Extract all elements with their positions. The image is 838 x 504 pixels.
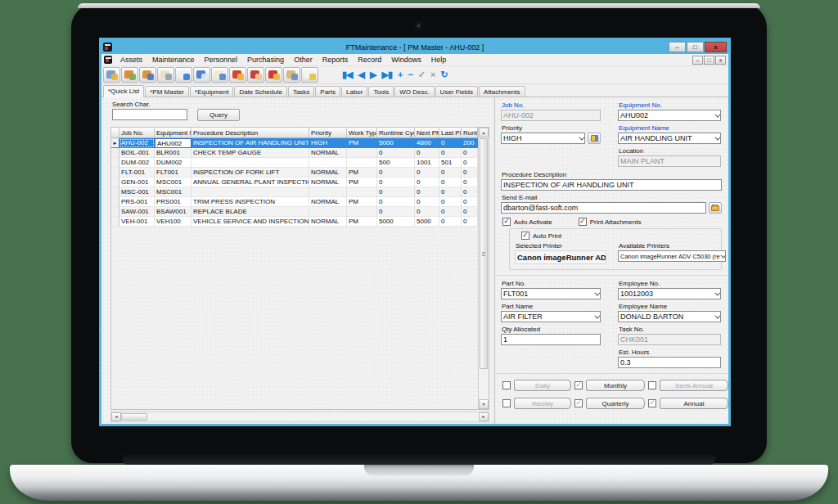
cell-equipment-no[interactable]: BSAW001 bbox=[155, 207, 191, 217]
cell-priority[interactable]: HIGH bbox=[309, 138, 347, 148]
cell-runtime-a[interactable]: 200 bbox=[462, 138, 478, 148]
previous-record-button[interactable]: ◀ bbox=[358, 70, 364, 79]
cell-work-type[interactable] bbox=[347, 207, 377, 217]
table-vertical-scrollbar[interactable]: ▲ ▼ bbox=[478, 128, 489, 409]
tools-wrench-icon-button[interactable] bbox=[265, 67, 282, 83]
schedule-button-quarterly[interactable]: Quarterly bbox=[586, 398, 645, 409]
schedule-button-monthly[interactable]: Monthly bbox=[586, 380, 645, 391]
assets-cubes-icon-button[interactable] bbox=[121, 67, 138, 83]
cell-last-pm[interactable]: 0 bbox=[439, 187, 462, 197]
cell-job-no[interactable]: FLT-001 bbox=[119, 168, 155, 178]
table-row[interactable]: MSC-001MSC0010000 bbox=[111, 187, 478, 197]
cell-equipment-no[interactable]: BLR001 bbox=[155, 148, 191, 158]
scroll-left-button[interactable]: ◄ bbox=[111, 412, 121, 421]
tab-tools[interactable]: Tools bbox=[368, 86, 394, 97]
cell-job-no[interactable]: MSC-001 bbox=[119, 187, 155, 197]
vertical-scroll-thumb[interactable] bbox=[480, 138, 488, 369]
cell-last-pm[interactable]: 0 bbox=[439, 138, 462, 148]
priority-dropdown[interactable]: HIGH bbox=[501, 133, 585, 144]
employee-no-dropdown[interactable]: 10012003 bbox=[618, 288, 721, 299]
tab-quick-list[interactable]: *Quick List bbox=[103, 85, 144, 97]
procedure-description-field[interactable]: INSPECTION OF AIR HANDLING UNIT bbox=[501, 179, 722, 191]
table-row[interactable]: BOIL-001BLR001CHECK TEMP GAUGENORMAL0000 bbox=[111, 148, 478, 158]
first-record-button[interactable]: ▮◀ bbox=[342, 70, 353, 79]
auto-activate-checkbox[interactable] bbox=[502, 218, 511, 226]
menu-item-help[interactable]: Help bbox=[426, 56, 452, 64]
menu-item-maintenance[interactable]: Maintenance bbox=[147, 56, 200, 64]
cell-work-type[interactable] bbox=[347, 148, 377, 158]
cell-priority[interactable]: NORMAL bbox=[309, 197, 347, 207]
delete-record-button[interactable]: − bbox=[408, 70, 412, 79]
next-record-button[interactable]: ▶ bbox=[370, 70, 376, 79]
cell-job-no[interactable]: PRS-001 bbox=[119, 197, 155, 207]
cell-equipment-no[interactable]: FLT001 bbox=[155, 168, 191, 178]
search-char-input[interactable] bbox=[112, 109, 187, 120]
column-header-job-no[interactable]: Job No. bbox=[119, 128, 155, 138]
cell-next-pm[interactable]: 0 bbox=[415, 178, 439, 187]
horizontal-scroll-thumb[interactable] bbox=[121, 413, 147, 421]
column-header-last-pm[interactable]: Last PM bbox=[439, 128, 462, 138]
column-header-runtime-cycle[interactable]: Runtime Cycle bbox=[377, 128, 415, 138]
mdi-restore-button[interactable]: □ bbox=[704, 56, 714, 65]
cell-runtime-cycle[interactable]: 5000 bbox=[377, 138, 415, 148]
cell-job-no[interactable]: DUM-002 bbox=[119, 158, 155, 168]
scroll-right-button[interactable]: ► bbox=[479, 412, 489, 421]
cell-priority[interactable] bbox=[309, 187, 347, 197]
tab-date-schedule[interactable]: Date Schedule bbox=[234, 86, 286, 97]
cell-priority[interactable]: NORMAL bbox=[309, 178, 347, 187]
mdi-minimize-button[interactable]: – bbox=[692, 56, 703, 65]
cell-procedure-description[interactable]: INSPECTION OF AIR HANDLING UNIT bbox=[191, 138, 309, 148]
cell-procedure-description[interactable]: VEHICLE SERVICE AND INSPECTION bbox=[191, 217, 309, 227]
equipment-no-dropdown[interactable]: AHU002 bbox=[618, 110, 721, 121]
cell-last-pm[interactable]: 501 bbox=[439, 158, 462, 168]
table-row[interactable]: VEH-001VEH100VEHICLE SERVICE AND INSPECT… bbox=[111, 217, 478, 227]
cell-runtime-a[interactable]: 0 bbox=[462, 217, 478, 227]
maintenance-person-icon-button[interactable] bbox=[139, 67, 156, 83]
table-row[interactable]: GEN-001MSC001ANNUAL GENERAL PLANT INSPEC… bbox=[111, 178, 478, 187]
employee-name-dropdown[interactable]: DONALD BARTON bbox=[618, 311, 721, 322]
admin-key-icon-button[interactable] bbox=[103, 67, 120, 83]
scroll-up-button[interactable]: ▲ bbox=[479, 128, 489, 137]
table-row[interactable]: DUM-002DUM00250010015010 bbox=[111, 158, 478, 168]
table-horizontal-scrollbar[interactable]: ◄ ► bbox=[110, 412, 489, 422]
cell-procedure-description[interactable]: REPLACE BLADE bbox=[191, 207, 309, 217]
cell-job-no[interactable]: GEN-001 bbox=[119, 178, 155, 187]
menu-item-personnel[interactable]: Personnel bbox=[200, 56, 243, 64]
cell-work-type[interactable] bbox=[347, 187, 377, 197]
schedule-checkbox-monthly[interactable] bbox=[574, 381, 583, 389]
cell-runtime-cycle[interactable]: 0 bbox=[377, 178, 415, 187]
cell-runtime-a[interactable]: 0 bbox=[462, 197, 478, 207]
menu-item-reports[interactable]: Reports bbox=[318, 56, 354, 64]
cell-job-no[interactable]: SAW-001 bbox=[119, 207, 155, 217]
minimize-button[interactable]: – bbox=[669, 42, 686, 52]
cell-equipment-no[interactable]: MSC001 bbox=[155, 178, 191, 187]
cell-last-pm[interactable]: 0 bbox=[439, 217, 462, 227]
cell-equipment-no[interactable]: PRS001 bbox=[155, 197, 191, 207]
cell-work-type[interactable]: PM bbox=[347, 138, 377, 148]
cell-procedure-description[interactable]: ANNUAL GENERAL PLANT INSPECTIONS bbox=[191, 178, 309, 187]
auto-print-checkbox[interactable] bbox=[521, 232, 529, 240]
menu-item-windows[interactable]: Windows bbox=[386, 56, 426, 64]
table-row[interactable]: SAW-001BSAW001REPLACE BLADE0000 bbox=[111, 207, 478, 217]
cell-next-pm[interactable]: 0 bbox=[415, 197, 439, 207]
cell-procedure-description[interactable]: CHECK TEMP GAUGE bbox=[191, 148, 309, 158]
column-header-priority[interactable]: Priority bbox=[309, 128, 347, 138]
tab-labor[interactable]: Labor bbox=[341, 86, 367, 97]
table-row[interactable]: AHU-002AHU002INSPECTION OF AIR HANDLING … bbox=[111, 138, 478, 148]
menu-item-other[interactable]: Other bbox=[289, 56, 318, 64]
schedule-button-semi-annual[interactable]: Semi-Annual bbox=[660, 380, 728, 391]
cell-job-no[interactable]: AHU-002 bbox=[119, 138, 155, 148]
help-icon-button[interactable] bbox=[301, 67, 318, 83]
cell-priority[interactable]: NORMAL bbox=[309, 168, 347, 178]
column-header-work-type[interactable]: Work Type bbox=[347, 128, 377, 138]
schedule-checkbox-quarterly[interactable] bbox=[574, 399, 583, 407]
cell-runtime-cycle[interactable]: 0 bbox=[377, 197, 415, 207]
cell-runtime-a[interactable]: 0 bbox=[462, 187, 478, 197]
schedule-grid-icon-button[interactable] bbox=[193, 67, 210, 83]
cell-work-type[interactable]: PM bbox=[347, 197, 377, 207]
maximize-button[interactable]: □ bbox=[687, 42, 704, 52]
cell-job-no[interactable]: VEH-001 bbox=[119, 217, 155, 227]
cell-runtime-cycle[interactable]: 0 bbox=[377, 168, 415, 178]
scroll-down-button[interactable]: ▼ bbox=[479, 399, 489, 409]
cell-runtime-cycle[interactable]: 500 bbox=[377, 158, 415, 168]
